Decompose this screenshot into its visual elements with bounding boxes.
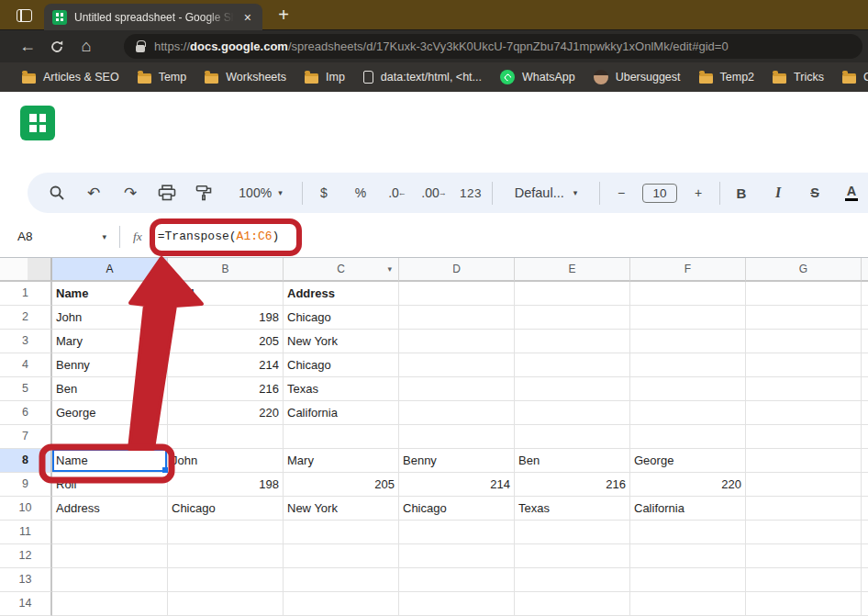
- cell-C4[interactable]: Chicago: [284, 353, 399, 377]
- cell-F6[interactable]: [630, 401, 746, 425]
- cell-D5[interactable]: [399, 377, 515, 401]
- column-header-F[interactable]: F: [630, 258, 746, 282]
- cell-D4[interactable]: [399, 353, 515, 377]
- address-bar[interactable]: https://docs.google.com/spreadsheets/d/1…: [124, 34, 862, 59]
- cell-F10[interactable]: California: [630, 497, 746, 521]
- cell-A10[interactable]: Address: [52, 497, 168, 521]
- cell-G6[interactable]: [746, 401, 862, 425]
- row-header-7[interactable]: 7: [0, 425, 52, 449]
- bookmark-temp2[interactable]: Temp2: [690, 66, 764, 88]
- reload-icon[interactable]: [42, 30, 72, 62]
- cell-B14[interactable]: [168, 592, 284, 616]
- tab-actions-button[interactable]: [11, 6, 37, 26]
- cell-E1[interactable]: [515, 282, 630, 306]
- cell-C2[interactable]: Chicago: [284, 306, 399, 330]
- cell-G11[interactable]: [746, 521, 862, 544]
- bookmark-temp[interactable]: Temp: [128, 66, 196, 88]
- cell-D14[interactable]: [399, 592, 515, 616]
- bookmark-data-text-html-ht[interactable]: data:text/html, <ht...: [354, 66, 491, 88]
- row-header-2[interactable]: 2: [0, 306, 52, 330]
- cell-G2[interactable]: [746, 306, 862, 330]
- cell-C3[interactable]: New York: [284, 330, 399, 353]
- paint-format-icon[interactable]: [185, 185, 222, 201]
- cell-C14[interactable]: [284, 592, 399, 616]
- cell-A11[interactable]: [52, 521, 168, 544]
- cell-B10[interactable]: Chicago: [168, 497, 284, 521]
- cell-G14[interactable]: [746, 592, 862, 616]
- cell-A7[interactable]: [52, 425, 168, 449]
- cell-G13[interactable]: [746, 568, 862, 592]
- cell-B6[interactable]: 220: [168, 401, 284, 425]
- name-box[interactable]: A8 ▾: [0, 230, 119, 243]
- cell-F5[interactable]: [630, 377, 746, 401]
- row-header-9[interactable]: 9: [0, 473, 52, 497]
- strikethrough-button[interactable]: S: [796, 185, 833, 200]
- row-header-12[interactable]: 12: [0, 544, 52, 568]
- cell-B1[interactable]: Roll: [168, 282, 284, 306]
- cell-B11[interactable]: [168, 521, 284, 544]
- cell-G4[interactable]: [746, 353, 862, 377]
- chevron-down-icon[interactable]: ▾: [387, 258, 392, 280]
- cell-A4[interactable]: Benny: [52, 353, 168, 377]
- cell-D10[interactable]: Chicago: [399, 497, 515, 521]
- cell-F14[interactable]: [630, 592, 746, 616]
- cell-C11[interactable]: [284, 521, 399, 544]
- font-select[interactable]: Defaul... ▾: [495, 185, 596, 200]
- cell-E6[interactable]: [515, 401, 630, 425]
- italic-button[interactable]: I: [760, 185, 796, 201]
- search-icon[interactable]: [39, 185, 75, 201]
- print-icon[interactable]: [149, 185, 185, 201]
- cell-B8[interactable]: John: [168, 449, 284, 473]
- cell-F2[interactable]: [630, 306, 746, 330]
- cell-A8[interactable]: Name: [52, 449, 168, 473]
- cell-C1[interactable]: Address: [284, 282, 399, 306]
- cell-E12[interactable]: [515, 544, 630, 568]
- cell-B5[interactable]: 216: [168, 377, 284, 401]
- cell-B12[interactable]: [168, 544, 284, 568]
- cell-A14[interactable]: [52, 592, 168, 616]
- cell-F13[interactable]: [630, 568, 746, 592]
- cell-A5[interactable]: Ben: [52, 377, 168, 401]
- cell-E3[interactable]: [515, 330, 630, 353]
- cell-D11[interactable]: [399, 521, 515, 544]
- row-header-4[interactable]: 4: [0, 353, 52, 377]
- cell-B7[interactable]: [168, 425, 284, 449]
- more-formats-button[interactable]: 123: [452, 186, 489, 200]
- cell-F4[interactable]: [630, 353, 746, 377]
- back-icon[interactable]: ←: [13, 30, 42, 62]
- cell-E4[interactable]: [515, 353, 630, 377]
- new-tab-button[interactable]: +: [272, 3, 295, 27]
- cell-F9[interactable]: 220: [630, 473, 746, 497]
- cell-G12[interactable]: [746, 544, 862, 568]
- bookmark-imp[interactable]: Imp: [295, 66, 354, 88]
- cell-B13[interactable]: [168, 568, 284, 592]
- cell-E8[interactable]: Ben: [515, 449, 630, 473]
- cell-E7[interactable]: [515, 425, 630, 449]
- cell-F12[interactable]: [630, 544, 746, 568]
- row-header-8[interactable]: 8: [0, 449, 52, 473]
- cell-G1[interactable]: [746, 282, 862, 306]
- cell-C6[interactable]: California: [284, 401, 399, 425]
- cell-B9[interactable]: 198: [168, 473, 284, 497]
- bold-button[interactable]: B: [723, 185, 760, 201]
- close-tab-icon[interactable]: ×: [241, 9, 254, 26]
- cell-E14[interactable]: [515, 592, 630, 616]
- cell-D1[interactable]: [399, 282, 515, 306]
- text-color-button[interactable]: A: [833, 185, 868, 202]
- cell-C9[interactable]: 205: [284, 473, 399, 497]
- cell-C8[interactable]: Mary: [284, 449, 399, 473]
- cell-C7[interactable]: [284, 425, 399, 449]
- column-header-C[interactable]: C▾: [284, 258, 399, 282]
- column-header-G[interactable]: G: [746, 258, 862, 282]
- select-all-corner[interactable]: [0, 258, 52, 282]
- zoom-select[interactable]: 100% ▾: [222, 185, 299, 200]
- cell-F11[interactable]: [630, 521, 746, 544]
- cell-E9[interactable]: 216: [515, 473, 630, 497]
- undo-icon[interactable]: ↶: [75, 184, 112, 203]
- cell-D6[interactable]: [399, 401, 515, 425]
- cell-E5[interactable]: [515, 377, 630, 401]
- column-header-B[interactable]: B: [168, 258, 284, 282]
- cell-E13[interactable]: [515, 568, 630, 592]
- cell-G3[interactable]: [746, 330, 862, 353]
- row-header-1[interactable]: 1: [0, 282, 52, 306]
